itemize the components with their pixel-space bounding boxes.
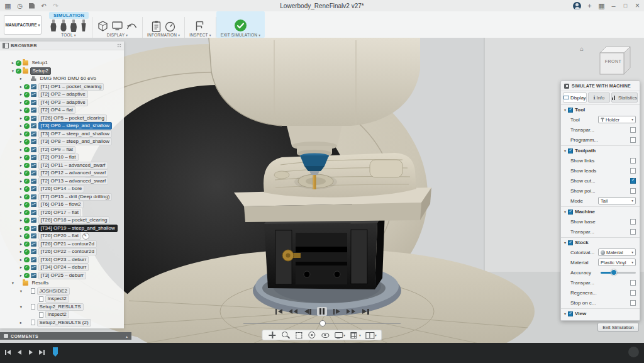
app-switcher-icon[interactable] xyxy=(596,1,607,11)
timeline-step-back-button[interactable] xyxy=(15,349,23,356)
browser-tree-item[interactable]: [T6] OP16 – flow2 xyxy=(0,201,124,209)
skip-to-end-button[interactable] xyxy=(360,307,370,316)
section-header[interactable]: ▾ View xyxy=(561,309,640,318)
checkbox[interactable] xyxy=(630,158,636,164)
section-header[interactable]: ▾ Tool xyxy=(561,105,640,114)
inspect-menu[interactable]: INSPECT▾ xyxy=(189,33,211,37)
expand-caret-icon[interactable] xyxy=(18,179,24,184)
expand-caret-icon[interactable] xyxy=(18,202,24,207)
comments-bar[interactable]: COMMENTS ▴ xyxy=(0,332,131,340)
dropdown[interactable]: Material ▾ xyxy=(598,249,636,256)
checkbox[interactable] xyxy=(630,229,636,235)
browser-tree-item[interactable]: Setup1 xyxy=(0,59,124,67)
checkbox[interactable] xyxy=(630,127,636,133)
browser-tree-item[interactable]: [T34] OP19 – steep_and_shallow xyxy=(0,225,124,233)
workspace-selector[interactable]: MANUFACTURE ▾ xyxy=(4,15,42,35)
expand-caret-icon[interactable] xyxy=(18,218,24,223)
close-button[interactable] xyxy=(632,1,643,11)
expand-caret-icon[interactable] xyxy=(18,194,24,199)
fast-forward-button[interactable] xyxy=(346,307,356,316)
browser-tree-item[interactable]: [T2] OP9 – flat xyxy=(0,146,124,154)
display-settings-icon[interactable]: ▾ xyxy=(333,330,345,340)
browser-tree-item[interactable]: [T26] OP17 – flat xyxy=(0,209,124,217)
checkbox[interactable] xyxy=(630,219,636,225)
browser-tree-item[interactable]: [T7] OP15 – drill (Deep drilling) xyxy=(0,193,124,201)
expand-caret-icon[interactable] xyxy=(18,170,24,176)
expand-caret-icon[interactable] xyxy=(18,147,24,152)
maximize-button[interactable] xyxy=(620,1,631,11)
panel-header[interactable]: SIMULATE WITH MACHINE xyxy=(561,81,640,91)
browser-tree-item[interactable]: [T26] OP14 – bore xyxy=(0,185,124,193)
browser-tree-item[interactable]: [T2] OP11 – advanced_swarf xyxy=(0,162,124,170)
section-checkbox[interactable] xyxy=(568,108,573,113)
viewports-icon[interactable]: ▾ xyxy=(365,330,377,340)
timeline-skip-start-button[interactable] xyxy=(4,349,12,356)
browser-tree-item[interactable]: [T2] OP4 – flat xyxy=(0,106,124,114)
browser-tree-item[interactable]: [T2] OP2 – adaptive xyxy=(0,91,124,99)
section-header[interactable]: ▾ Toolpath xyxy=(561,146,640,155)
chamfer-tool-icon[interactable] xyxy=(80,19,87,32)
dropdown[interactable]: Plastic Vinyl ▾ xyxy=(598,259,636,266)
expand-caret-icon[interactable] xyxy=(18,289,24,294)
expand-caret-icon[interactable] xyxy=(18,242,24,247)
expand-caret-icon[interactable] xyxy=(18,304,24,310)
information-menu[interactable]: INFORMATION▾ xyxy=(147,33,180,37)
grid-settings-icon[interactable]: ▾ xyxy=(349,330,361,340)
expand-caret-icon[interactable] xyxy=(10,281,16,286)
expand-caret-icon[interactable] xyxy=(18,123,24,128)
accuracy-slider[interactable] xyxy=(601,269,636,276)
exit-simulation-button[interactable]: Exit Simulation xyxy=(597,323,639,332)
collapse-caret-icon[interactable]: ▾ xyxy=(564,108,566,112)
section-checkbox[interactable] xyxy=(568,148,573,154)
section-header[interactable]: ▾ Stock xyxy=(561,238,640,247)
checkbox[interactable] xyxy=(630,188,636,194)
browser-tree-item[interactable]: [T34] OP24 – deburr xyxy=(0,264,124,272)
expand-caret-icon[interactable] xyxy=(18,273,24,278)
browser-tree-item[interactable]: [T26] OP20 – flat xyxy=(0,232,124,240)
browser-tree-item[interactable]: [T2] OP10 – flat xyxy=(0,154,124,162)
checkbox[interactable] xyxy=(630,168,636,174)
expand-caret-icon[interactable] xyxy=(10,69,16,74)
step-back-button[interactable] xyxy=(303,307,313,316)
browser-tree-item[interactable]: [T3] OP25 – deburr xyxy=(0,272,124,280)
browser-tree-item[interactable]: Results xyxy=(0,279,124,288)
browser-header[interactable]: BROWSER xyxy=(0,42,124,50)
expand-caret-icon[interactable] xyxy=(18,257,24,262)
redo-icon[interactable] xyxy=(50,1,61,11)
timeline-options-button[interactable] xyxy=(628,347,639,357)
checkbox[interactable] xyxy=(630,137,636,143)
browser-tree-item[interactable]: [T34] OP23 – deburr xyxy=(0,256,124,264)
exit-simulation-menu[interactable]: EXIT SIMULATION▾ xyxy=(221,33,260,37)
tab-simulation[interactable]: SIMULATION xyxy=(49,12,89,19)
bull-endmill-tool-icon[interactable] xyxy=(70,19,77,32)
ball-endmill-tool-icon[interactable] xyxy=(60,19,67,32)
section-checkbox[interactable] xyxy=(568,240,573,245)
viewcube-front-face[interactable]: FRONT xyxy=(601,59,625,64)
timeline-marker[interactable] xyxy=(53,347,58,357)
expand-caret-icon[interactable] xyxy=(18,92,24,97)
step-forward-button[interactable] xyxy=(331,307,341,316)
browser-tree-item[interactable]: [T3] OP8 – steep_and_shallow xyxy=(0,138,124,146)
user-avatar[interactable] xyxy=(573,2,581,10)
slider-handle[interactable] xyxy=(319,320,326,327)
save-icon[interactable] xyxy=(26,1,37,11)
panel-tab[interactable]: Info xyxy=(588,92,610,103)
expand-caret-icon[interactable] xyxy=(18,320,24,325)
display-menu[interactable]: DISPLAY▾ xyxy=(107,33,128,37)
simulation-progress-slider[interactable] xyxy=(243,320,401,327)
section-header[interactable]: ▾ Machine xyxy=(561,207,640,216)
expand-caret-icon[interactable] xyxy=(18,249,24,254)
section-checkbox[interactable] xyxy=(568,311,573,316)
expand-caret-icon[interactable] xyxy=(18,116,24,121)
machine-display-icon[interactable] xyxy=(111,20,123,32)
expand-caret-icon[interactable] xyxy=(18,163,24,168)
browser-tree-item[interactable]: Setup2_RESULTS (2) xyxy=(0,319,124,327)
expand-caret-icon[interactable] xyxy=(18,186,24,191)
fast-backward-button[interactable] xyxy=(288,307,298,316)
expand-caret-icon[interactable] xyxy=(18,265,24,270)
browser-tree-item[interactable]: [T2] OP12 – advanced_swarf xyxy=(0,169,124,177)
fit-icon[interactable] xyxy=(294,330,303,340)
browser-tree-item[interactable]: DMG MORI DMU 60 eVo xyxy=(0,75,124,83)
stock-display-icon[interactable] xyxy=(97,20,109,32)
measure-icon[interactable] xyxy=(194,20,206,32)
